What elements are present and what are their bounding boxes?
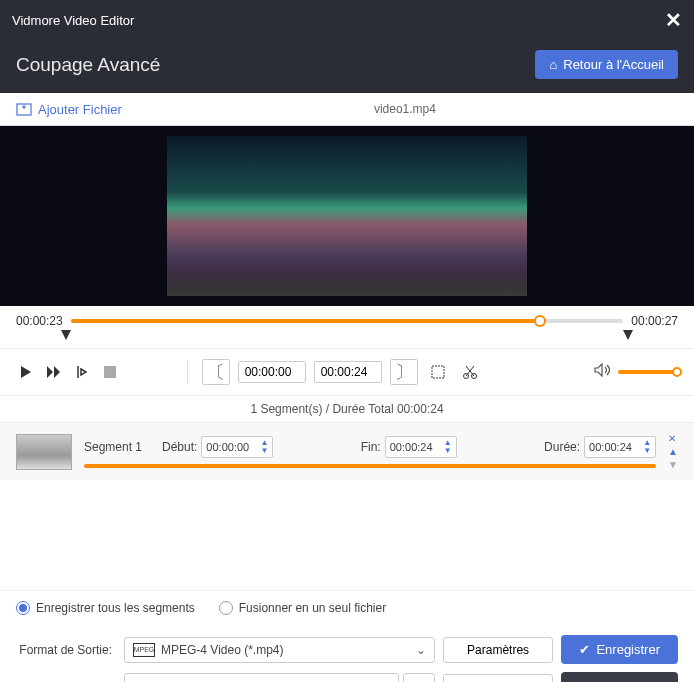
video-frame — [167, 136, 527, 296]
app-title: Vidmore Video Editor — [12, 13, 134, 28]
duration-label: Durée: — [544, 440, 580, 454]
volume-slider[interactable] — [618, 370, 678, 374]
segment-delete-icon[interactable]: ✕ — [668, 433, 678, 444]
save-button[interactable]: ✔ Enregistrer — [561, 635, 678, 664]
mpeg-icon: MPEG — [133, 643, 155, 657]
home-icon: ⌂ — [549, 57, 557, 72]
chevron-down-icon: ⌄ — [416, 643, 426, 657]
radio-on-icon — [16, 601, 30, 615]
open-folder-button[interactable]: Ouvrir Dossier — [443, 674, 554, 683]
end-time-input[interactable] — [314, 361, 382, 383]
footer: Format de Sortie: MPEGMPEG-4 Video (*.mp… — [0, 625, 694, 682]
close-icon[interactable]: ✕ — [665, 8, 682, 32]
restore-button[interactable]: ↻ Restaurer — [561, 672, 678, 682]
stop-button[interactable] — [100, 362, 120, 382]
home-label: Retour à l'Accueil — [563, 57, 664, 72]
start-time-input[interactable] — [238, 361, 306, 383]
cut-icon[interactable] — [458, 362, 482, 382]
radio-off-icon — [219, 601, 233, 615]
add-file-label: Ajouter Fichier — [38, 102, 122, 117]
timeline-fill — [71, 319, 541, 323]
crop-icon[interactable] — [426, 362, 450, 382]
segment-bar — [84, 464, 656, 468]
add-file-icon — [16, 101, 32, 117]
merge-label: Fusionner en un seul fichier — [239, 601, 386, 615]
segment-duration-input[interactable]: 00:00:24▲▼ — [584, 436, 656, 458]
frame-step-button[interactable] — [72, 362, 92, 382]
volume-thumb[interactable] — [672, 367, 682, 377]
start-label: Début: — [162, 440, 197, 454]
params-button[interactable]: Paramètres — [443, 637, 554, 663]
output-options: Enregistrer tous les segments Fusionner … — [0, 590, 694, 625]
radio-save-all[interactable]: Enregistrer tous les segments — [16, 601, 195, 615]
segment-name: Segment 1 — [84, 440, 154, 454]
titlebar: Vidmore Video Editor ✕ — [0, 0, 694, 40]
fast-forward-button[interactable] — [44, 362, 64, 382]
playback-controls: 〔 〕 — [0, 348, 694, 395]
set-end-button[interactable]: 〕 — [390, 359, 418, 385]
video-preview[interactable] — [0, 126, 694, 306]
time-total: 00:00:27 — [631, 314, 678, 328]
timeline: 00:00:23 00:00:27 — [0, 306, 694, 348]
segment-up-icon[interactable]: ▲ — [668, 446, 678, 457]
svg-rect-2 — [432, 366, 444, 378]
volume-icon[interactable] — [594, 363, 610, 381]
header: Coupage Avancé ⌂ Retour à l'Accueil — [0, 40, 694, 93]
svg-rect-1 — [104, 366, 116, 378]
segment-start-input[interactable]: 00:00:00▲▼ — [201, 436, 273, 458]
segment-end-input[interactable]: 00:00:24▲▼ — [385, 436, 457, 458]
browse-button[interactable]: ••• — [403, 673, 435, 682]
segment-down-icon[interactable]: ▼ — [668, 459, 678, 470]
end-marker[interactable] — [623, 330, 633, 340]
format-select[interactable]: MPEGMPEG-4 Video (*.mp4) ⌄ — [124, 637, 435, 663]
segments-summary: 1 Segment(s) / Durée Total 00:00:24 — [0, 395, 694, 422]
play-button[interactable] — [16, 362, 36, 382]
segment-thumbnail — [16, 434, 72, 470]
timeline-thumb[interactable] — [534, 315, 546, 327]
save-all-label: Enregistrer tous les segments — [36, 601, 195, 615]
divider — [187, 360, 188, 384]
radio-merge[interactable]: Fusionner en un seul fichier — [219, 601, 386, 615]
page-title: Coupage Avancé — [16, 54, 160, 76]
end-label: Fin: — [361, 440, 381, 454]
check-icon: ✔ — [579, 642, 590, 657]
format-label: Format de Sortie: — [16, 643, 116, 657]
set-start-button[interactable]: 〔 — [202, 359, 230, 385]
folder-input[interactable] — [124, 673, 399, 682]
start-marker[interactable] — [61, 330, 71, 340]
current-filename: video1.mp4 — [132, 102, 678, 116]
add-file-button[interactable]: Ajouter Fichier — [16, 101, 122, 117]
segment-row[interactable]: Segment 1 Début: 00:00:00▲▼ Fin: 00:00:2… — [0, 422, 694, 480]
home-button[interactable]: ⌂ Retour à l'Accueil — [535, 50, 678, 79]
timeline-slider[interactable] — [71, 319, 624, 323]
time-current: 00:00:23 — [16, 314, 63, 328]
toolbar: Ajouter Fichier video1.mp4 — [0, 93, 694, 126]
segment-list-empty — [0, 480, 694, 590]
